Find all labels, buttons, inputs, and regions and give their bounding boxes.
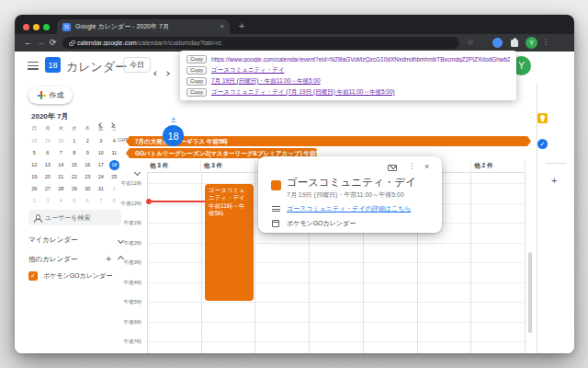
event-calendar-name: ポケモンGOカレンダー bbox=[287, 219, 356, 228]
copy-dropdown: Copy https://www.google.com/calendar/eve… bbox=[180, 51, 516, 100]
reload-icon[interactable]: ⟳ bbox=[50, 38, 57, 47]
description-icon bbox=[272, 206, 280, 213]
address-bar[interactable]: calendar.google.com/calendar/r/customday… bbox=[62, 37, 459, 49]
keep-icon[interactable] bbox=[537, 113, 548, 123]
hour-label: 午後1時 bbox=[15, 220, 141, 226]
hour-label: 午後4時 bbox=[15, 280, 141, 286]
calendar-favicon-icon: 31 bbox=[62, 23, 71, 31]
hour-label: 午後12時 bbox=[15, 201, 141, 207]
copy-button[interactable]: Copy bbox=[187, 66, 207, 75]
event-color-swatch bbox=[271, 180, 281, 190]
today-weekday-label: 土 bbox=[163, 116, 185, 124]
browser-window: 31 Google カレンダー - 2020年 7月 × + ← → ⟳ cal… bbox=[15, 15, 574, 353]
browser-profile-avatar[interactable]: Y bbox=[526, 37, 537, 49]
tab-bar: 31 Google カレンダー - 2020年 7月 × + bbox=[15, 15, 574, 34]
copy-link-text[interactable]: ゴースコミュニティ・デイ bbox=[211, 66, 285, 75]
all-day-event-banner[interactable]: 7月の大発見：ヨーギラス 午前5時 bbox=[126, 136, 531, 146]
url-domain: calendar.google.com bbox=[77, 40, 137, 46]
more-options-icon[interactable]: ⋮ bbox=[408, 162, 415, 170]
hour-label: 午後2時 bbox=[15, 240, 141, 247]
tasks-icon[interactable]: ✓ bbox=[537, 139, 548, 149]
calendar-icon bbox=[272, 220, 279, 227]
url-text: calendar.google.com/calendar/r/customday… bbox=[77, 40, 221, 46]
copy-link-text[interactable]: https://www.google.com/calendar/event?ei… bbox=[211, 56, 510, 63]
browser-menu-icon[interactable]: ⋮ bbox=[542, 38, 549, 46]
hour-label: 午前11時 bbox=[15, 180, 141, 187]
bookmark-star-icon[interactable]: ☆ bbox=[467, 38, 474, 47]
tab-close-icon[interactable]: × bbox=[220, 23, 224, 30]
copy-link-text[interactable]: 7月 19日 (日曜日)・午前11:00～午後5:00 bbox=[211, 77, 321, 86]
copy-row: Copy ゴースコミュニティ・デイ (7月 19日 (日曜日) 午前11:00～… bbox=[180, 86, 516, 98]
back-icon[interactable]: ← bbox=[24, 38, 32, 47]
lock-icon bbox=[69, 42, 74, 46]
hour-label: 午後3時 bbox=[15, 259, 141, 266]
copy-row: Copy https://www.google.com/calendar/eve… bbox=[180, 53, 516, 64]
grid-scrollbar[interactable] bbox=[528, 252, 532, 333]
tab-title: Google カレンダー - 2020年 7月 bbox=[75, 22, 215, 31]
copy-row: Copy ゴースコミュニティ・デイ bbox=[180, 64, 516, 75]
new-tab-button[interactable]: + bbox=[239, 18, 244, 33]
event-title: ゴースコミュニティ・デイ bbox=[287, 176, 416, 190]
today-date-circle[interactable]: 18 bbox=[163, 125, 184, 146]
copy-button[interactable]: Copy bbox=[187, 77, 207, 86]
copy-row: Copy 7月 19日 (日曜日)・午前11:00～午後5:00 bbox=[180, 75, 516, 86]
hour-label: 午後6時 bbox=[15, 319, 141, 326]
close-window-button[interactable] bbox=[23, 24, 29, 30]
browser-tab[interactable]: 31 Google カレンダー - 2020年 7月 × bbox=[57, 19, 230, 34]
hour-label: 午後7時 bbox=[15, 339, 141, 345]
day-column[interactable] bbox=[471, 173, 526, 353]
browser-toolbar: ← → ⟳ calendar.google.com/calendar/r/cus… bbox=[15, 34, 574, 52]
copy-link-text[interactable]: ゴースコミュニティ・デイ (7月 19日 (日曜日) 午前11:00～午後5:0… bbox=[211, 88, 395, 97]
email-guests-icon[interactable] bbox=[388, 165, 397, 171]
extension-icon[interactable] bbox=[492, 38, 503, 48]
event-datetime: 7月 19日 (日曜日)・午前11:00～午後5:00 bbox=[287, 190, 404, 200]
extensions-puzzle-icon[interactable] bbox=[511, 40, 518, 47]
minimize-window-button[interactable] bbox=[33, 24, 40, 30]
event-details-link[interactable]: ゴースコミュニティ・デイの詳細はこちら bbox=[287, 204, 411, 213]
calendar-event-block[interactable]: ゴースコミュニティ・デイ 午前11時～午後5時 bbox=[205, 184, 254, 301]
copy-button[interactable]: Copy bbox=[187, 88, 207, 97]
url-path: /calendar/r/customday?tab=rc bbox=[137, 40, 221, 46]
side-panel: ✓ + bbox=[537, 83, 574, 353]
get-addons-icon[interactable]: + bbox=[551, 175, 557, 186]
current-time-indicator bbox=[148, 201, 205, 202]
zoom-window-button[interactable] bbox=[43, 24, 50, 30]
forward-icon[interactable]: → bbox=[37, 38, 45, 47]
copy-button[interactable]: Copy bbox=[187, 55, 207, 63]
side-panel-divider bbox=[546, 163, 566, 164]
close-icon[interactable]: × bbox=[424, 162, 429, 171]
event-detail-card: ⋮ × ゴースコミュニティ・デイ 7月 19日 (日曜日)・午前11:00～午後… bbox=[258, 156, 442, 233]
hour-label: 午後5時 bbox=[15, 299, 141, 305]
day-column-header[interactable]: 土 18 bbox=[163, 116, 185, 146]
